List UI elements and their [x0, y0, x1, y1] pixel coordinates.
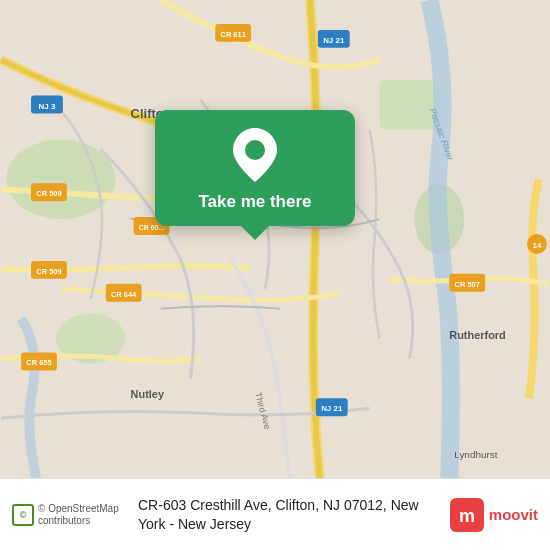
svg-text:Lyndhurst: Lyndhurst [454, 449, 498, 460]
take-me-there-button[interactable]: Take me there [155, 110, 355, 226]
osm-icon: © [12, 504, 34, 526]
svg-text:m: m [459, 506, 475, 526]
address-label: CR-603 Cresthill Ave, Clifton, NJ 07012,… [138, 496, 440, 532]
svg-text:CR 509: CR 509 [36, 267, 61, 276]
svg-text:NJ 3: NJ 3 [39, 102, 56, 111]
osm-attribution: © © OpenStreetMap contributors [12, 503, 128, 527]
svg-text:CR 611: CR 611 [221, 30, 246, 39]
svg-text:Nutley: Nutley [131, 388, 165, 400]
svg-text:CR 655: CR 655 [26, 358, 51, 367]
svg-text:NJ 21: NJ 21 [321, 404, 343, 413]
svg-text:CR 644: CR 644 [111, 290, 137, 299]
bottom-bar: © © OpenStreetMap contributors CR-603 Cr… [0, 478, 550, 550]
svg-text:CR 60...: CR 60... [139, 224, 165, 231]
svg-text:Rutherford: Rutherford [449, 329, 506, 341]
moovit-logo: m moovit [450, 498, 538, 532]
take-me-there-label: Take me there [198, 192, 311, 212]
moovit-text: moovit [489, 506, 538, 523]
svg-point-1 [6, 139, 116, 219]
app: NJ 3 NJ 21 NJ 21 CR 611 CR 509 CR 509 CR… [0, 0, 550, 550]
svg-rect-0 [1, 0, 549, 478]
svg-rect-3 [380, 80, 440, 130]
svg-text:14: 14 [532, 241, 541, 250]
osm-text: © OpenStreetMap contributors [38, 503, 128, 527]
location-pin-icon [233, 128, 277, 182]
svg-text:CR 509: CR 509 [36, 189, 61, 198]
moovit-icon: m [450, 498, 484, 532]
svg-text:CR 507: CR 507 [455, 280, 480, 289]
svg-point-33 [245, 140, 265, 160]
map-area: NJ 3 NJ 21 NJ 21 CR 611 CR 509 CR 509 CR… [0, 0, 550, 478]
svg-text:NJ 21: NJ 21 [323, 36, 345, 45]
map-background: NJ 3 NJ 21 NJ 21 CR 611 CR 509 CR 509 CR… [0, 0, 550, 478]
